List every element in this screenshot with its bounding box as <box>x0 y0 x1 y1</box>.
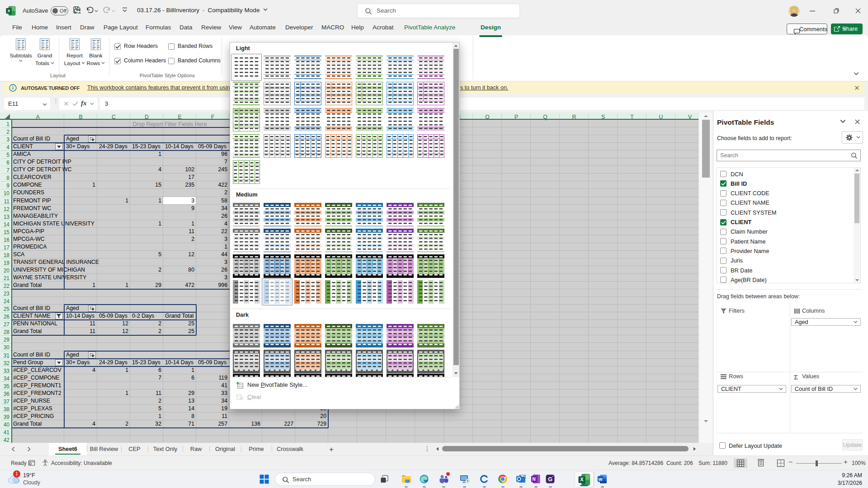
panel-chevron-icon[interactable] <box>840 119 846 125</box>
undo-chevron-icon[interactable] <box>94 9 98 13</box>
cell-F12[interactable]: 34 <box>196 205 227 212</box>
row-header-24[interactable]: 24 <box>0 297 9 305</box>
sheet-tab-raw[interactable]: Raw <box>183 443 209 455</box>
cell-C36[interactable]: 1 <box>97 389 128 397</box>
gallery-style-light-r1c3[interactable] <box>294 56 321 79</box>
field-item-claim-number[interactable]: Claim Number <box>717 227 860 237</box>
gallery-style-medium-r4c3[interactable] <box>294 280 321 304</box>
cell-D27[interactable]: 2 <box>130 320 161 328</box>
message-bar-link[interactable]: This workbook contains features that pre… <box>87 84 238 91</box>
sheet-tab-cep[interactable]: CEP <box>121 443 148 455</box>
maximize-button[interactable] <box>833 8 840 14</box>
gallery-style-dark-r2c5[interactable] <box>356 350 383 373</box>
row-header-25[interactable]: 25 <box>0 305 9 312</box>
menu-item-new-pivottable-style[interactable]: New PivotTable Style... <box>231 379 452 391</box>
checkbox-banded-rows[interactable] <box>168 43 175 50</box>
gallery-style-dark-r3c5[interactable] <box>356 374 383 377</box>
gallery-style-dark-r1c5[interactable] <box>356 324 383 347</box>
gallery-scroll-up-icon[interactable] <box>453 44 458 48</box>
gallery-style-light-r5c1[interactable] <box>233 160 260 184</box>
gallery-style-medium-r1c2[interactable] <box>264 203 291 226</box>
name-box-chevron-icon[interactable] <box>42 103 47 107</box>
field-checkbox[interactable] <box>720 209 726 216</box>
cell-A28[interactable]: Grand Total <box>13 328 42 335</box>
checkbox-row-headers[interactable] <box>114 43 121 50</box>
cell-E7[interactable]: 102 <box>163 166 194 174</box>
gallery-style-medium-r2c6[interactable] <box>387 229 414 252</box>
column-header-Q[interactable]: Q <box>531 113 560 119</box>
field-button-sort-B31[interactable] <box>88 352 96 358</box>
cell-F38[interactable]: 19 <box>196 405 227 413</box>
cell-E14[interactable]: 1 <box>163 220 194 228</box>
gallery-style-light-r4c6[interactable] <box>387 134 414 158</box>
cell-F32[interactable]: 05-09 Days <box>198 359 226 366</box>
column-header-E[interactable]: E <box>163 113 196 119</box>
gallery-style-light-r1c6[interactable] <box>387 56 414 79</box>
cell-C11[interactable]: 1 <box>97 197 128 205</box>
area-pill-count-of-bill-id[interactable]: Count of Bill ID <box>791 385 861 393</box>
zoom-level[interactable]: 100% <box>852 460 866 466</box>
ribbon-tab-macro[interactable]: MACRO <box>321 24 344 35</box>
ribbon-collapse-icon[interactable] <box>854 71 859 77</box>
gallery-style-medium-r1c7[interactable] <box>417 203 444 226</box>
row-header-31[interactable]: 31 <box>0 351 9 359</box>
row-header-9[interactable]: 9 <box>0 181 9 189</box>
cell-F4[interactable]: 05-09 Days <box>198 143 226 150</box>
gallery-style-medium-r4c7[interactable] <box>417 280 444 304</box>
scroll-arrow-down[interactable] <box>703 419 709 423</box>
gallery-style-light-r1c2[interactable] <box>264 56 291 79</box>
row-header-32[interactable]: 32 <box>0 359 9 366</box>
cell-F14[interactable]: 4 <box>196 220 227 228</box>
cell-C32[interactable]: 24-29 Days <box>99 359 127 366</box>
field-checkbox[interactable] <box>720 190 726 197</box>
column-header-T[interactable]: T <box>618 113 646 119</box>
row-header-28[interactable]: 28 <box>0 328 9 335</box>
ribbon-tab-data[interactable]: Data <box>179 24 193 35</box>
cell-A18[interactable]: SCA <box>13 251 24 258</box>
row-header-42[interactable]: 42 <box>0 436 9 443</box>
row-header-29[interactable]: 29 <box>0 335 9 343</box>
cell-D9[interactable]: 15 <box>130 181 161 189</box>
cell-D40[interactable]: 32 <box>130 420 161 428</box>
gallery-style-light-r4c7[interactable] <box>417 134 444 158</box>
gallery-style-medium-r3c5[interactable] <box>356 254 383 278</box>
gallery-style-medium-r3c2[interactable] <box>264 254 291 278</box>
ribbon-button-blank-rows[interactable]: BlankRows <box>82 38 110 66</box>
cell-B4[interactable]: 30+ Days <box>66 143 90 150</box>
gallery-style-medium-r3c6[interactable] <box>387 254 414 278</box>
cell-E16[interactable]: 2 <box>163 235 194 243</box>
gallery-style-medium-r4c4[interactable] <box>325 280 352 304</box>
cell-D38[interactable]: 5 <box>130 405 161 413</box>
cell-E39[interactable]: 8 <box>163 413 194 420</box>
page-break-view-button[interactable] <box>774 458 788 468</box>
cell-E15[interactable]: 11 <box>163 228 194 235</box>
gallery-style-dark-r2c6[interactable] <box>387 350 414 373</box>
cell-I40[interactable]: 729 <box>295 420 326 428</box>
cell-A15[interactable]: MPCGA-PIP <box>13 228 44 235</box>
cell-B9[interactable]: 1 <box>64 181 95 189</box>
scroll-arrow-up[interactable] <box>703 114 709 118</box>
customize-quick-access-icon[interactable] <box>122 7 128 13</box>
cell-E33[interactable]: 1 <box>163 366 194 374</box>
zoom-in-icon[interactable]: + <box>844 458 848 465</box>
gallery-style-light-r3c3[interactable] <box>294 108 321 131</box>
cell-D36[interactable]: 11 <box>130 389 161 397</box>
gallery-style-dark-r1c4[interactable] <box>325 324 352 347</box>
fields-search-input[interactable]: Search <box>717 150 861 161</box>
tab-options-icon[interactable]: ⋮ <box>424 445 431 452</box>
cell-F37[interactable]: 34 <box>196 397 227 405</box>
row-header-20[interactable]: 20 <box>0 266 9 274</box>
gallery-style-light-r4c1[interactable] <box>233 134 260 158</box>
ribbon-tab-design[interactable]: Design <box>481 24 501 35</box>
gallery-style-dark-r3c7[interactable] <box>417 374 444 377</box>
row-header-40[interactable]: 40 <box>0 420 9 428</box>
gallery-style-light-r3c7[interactable] <box>417 108 444 131</box>
taskbar-item-outlook[interactable] <box>516 474 527 484</box>
cell-C27[interactable]: 12 <box>97 320 128 328</box>
column-header-D[interactable]: D <box>130 113 163 119</box>
cell-A40[interactable]: Grand Total <box>13 420 42 428</box>
ribbon-tab-page-layout[interactable]: Page Layout <box>104 24 138 35</box>
column-header-S[interactable]: S <box>589 113 618 119</box>
column-header-V[interactable]: V <box>675 113 698 119</box>
gallery-style-light-r4c4[interactable] <box>325 134 352 158</box>
